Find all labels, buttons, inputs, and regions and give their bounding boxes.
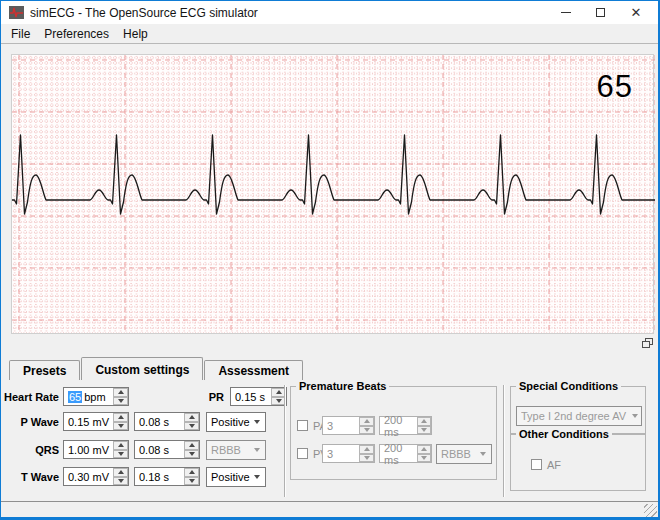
menu-preferences[interactable]: Preferences [37,25,116,43]
heart-rate-spinbox[interactable]: 65bpm [63,387,129,406]
pac-count-spinbox: 3 [322,416,375,435]
chevron-down-icon [249,441,265,459]
maximize-icon [596,8,605,17]
af-label: AF [547,459,561,471]
qrs-duration-spinbox[interactable]: 0.08 s [134,440,200,459]
qrs-morphology-combo: RBBB [206,440,266,460]
app-window: simECG - The OpenSource ECG simulator ✕ … [0,0,660,520]
pvc-checkbox[interactable] [297,448,308,459]
pr-label: PR [196,391,224,403]
t-wave-duration-spinbox[interactable]: 0.18 s [134,467,200,486]
chevron-down-icon [475,445,491,463]
minimize-icon [561,12,571,13]
p-wave-label: P Wave [3,416,59,428]
af-checkbox[interactable] [531,459,542,470]
pac-coupling-spinbox: 200 ms [379,416,432,435]
t-wave-amplitude-spinbox[interactable]: 0.30 mV [63,467,129,486]
t-wave-label: T Wave [3,471,59,483]
menu-help[interactable]: Help [116,25,155,43]
title-bar: simECG - The OpenSource ECG simulator ✕ [1,1,658,24]
pvc-morphology-combo: RBBB [436,444,492,464]
separator [503,385,505,497]
other-conditions-group: Other Conditions AF [510,434,646,491]
pac-checkbox[interactable] [297,420,308,431]
pvc-count-spinbox: 3 [322,444,375,463]
minimize-button[interactable] [549,1,583,24]
premature-beats-title: Premature Beats [296,380,389,392]
chevron-down-icon [628,407,641,425]
qrs-amplitude-spinbox[interactable]: 1.00 mV [63,440,129,459]
separator [284,385,286,497]
chevron-down-icon [250,413,265,431]
p-wave-direction-combo[interactable]: Positive [206,412,266,432]
heart-rate-readout: 65 [597,69,633,105]
app-icon [9,5,24,20]
qrs-label: QRS [3,444,59,456]
tab-bar: Presets Custom settings Assessment [9,357,304,380]
status-bar [1,501,658,518]
maximize-button[interactable] [583,1,617,24]
pr-spinbox[interactable]: 0.15 s [230,387,287,406]
special-conditions-combo: Type I 2nd degree AV block [516,406,642,426]
chevron-down-icon [250,468,265,486]
tab-assessment[interactable]: Assessment [204,360,303,380]
t-wave-direction-combo[interactable]: Positive [206,467,266,487]
window-title: simECG - The OpenSource ECG simulator [30,6,258,20]
menu-bar: File Preferences Help [1,24,658,44]
heart-rate-label: Heart Rate [3,391,59,403]
premature-beats-group: Premature Beats PAC 3 200 ms PVC 3 200 m… [290,386,497,480]
dock-title-strip [1,334,658,357]
other-conditions-title: Other Conditions [516,428,612,440]
pvc-coupling-spinbox: 200 ms [379,444,432,463]
tab-presets[interactable]: Presets [9,360,80,380]
p-wave-duration-spinbox[interactable]: 0.08 s [134,412,200,431]
heart-rate-spin-buttons[interactable] [113,388,128,405]
close-button[interactable]: ✕ [617,1,655,24]
p-wave-amplitude-spinbox[interactable]: 0.15 mV [63,412,129,431]
close-icon: ✕ [631,5,642,20]
resize-grip[interactable] [644,504,657,517]
float-panel-icon[interactable] [642,338,654,349]
special-conditions-group: Special Conditions Type I 2nd degree AV … [510,386,646,434]
special-conditions-title: Special Conditions [516,380,621,392]
tab-custom-settings[interactable]: Custom settings [81,357,203,380]
heart-rate-value: 65 [68,391,82,403]
menu-file[interactable]: File [4,25,37,43]
ecg-display: 65 [11,54,654,334]
ecg-waveform [12,55,655,335]
